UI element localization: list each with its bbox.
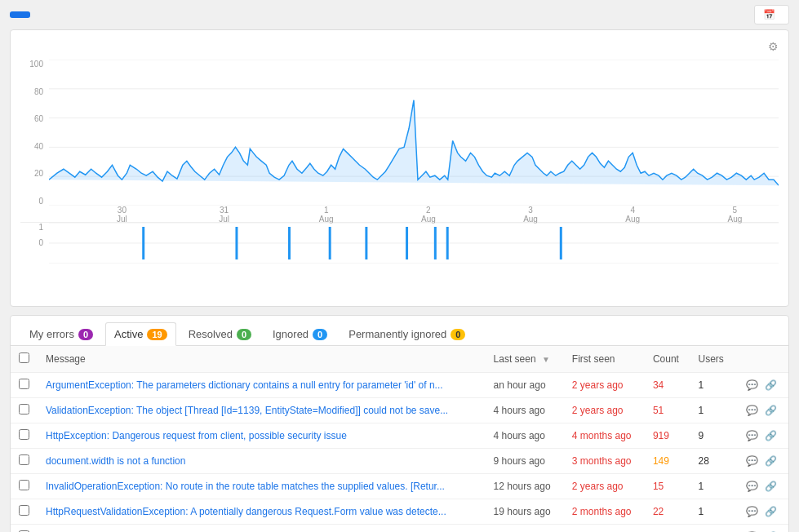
first-seen-cell: 2 years ago — [564, 474, 645, 499]
message-link[interactable]: document.width is not a function — [46, 455, 185, 467]
actions-cell: 💬 🔗 — [735, 474, 788, 499]
svg-rect-16 — [446, 227, 449, 259]
link-icon[interactable]: 🔗 — [765, 379, 777, 391]
count-value: 149 — [653, 455, 669, 467]
link-icon[interactable]: 🔗 — [765, 506, 777, 517]
message-column-header: Message — [38, 346, 486, 373]
first-seen-value: 2 years ago — [572, 379, 624, 391]
row-checkbox[interactable] — [19, 379, 29, 389]
actions-cell: 💬 🔗 — [735, 373, 788, 398]
link-icon[interactable]: 🔗 — [765, 455, 777, 467]
date-range-picker[interactable]: 📅 — [754, 5, 789, 24]
bar-chart-svg — [49, 223, 779, 264]
last-seen-cell: 19 hours ago — [486, 525, 564, 533]
comment-icon[interactable]: 💬 — [746, 379, 758, 391]
last-seen-value: 4 hours ago — [494, 430, 545, 441]
count-cell: 15 — [645, 474, 690, 499]
svg-rect-13 — [365, 227, 367, 259]
count-value: 22 — [653, 506, 664, 517]
users-cell: 1 — [690, 499, 735, 525]
table-row: InvalidOperationException: No route in t… — [11, 474, 788, 499]
x-label-aug1: 1Aug — [319, 206, 334, 224]
message-link[interactable]: ValidationException: The object [Thread … — [46, 405, 448, 416]
row-checkbox-cell[interactable] — [11, 499, 38, 525]
tab-permanently-ignored[interactable]: Permanently ignored 0 — [340, 322, 474, 346]
users-column-header: Users — [690, 346, 735, 373]
x-label-aug5: 5Aug — [727, 206, 742, 224]
users-value: 9 — [699, 430, 704, 441]
lower-chart-area — [49, 223, 779, 264]
chart-title-bar: ⚙ — [20, 40, 779, 53]
svg-rect-11 — [288, 227, 291, 259]
message-cell: ValidationException: The object [Thread … — [38, 398, 486, 423]
tab-active[interactable]: Active 19 — [105, 322, 176, 346]
last-seen-value: 19 hours ago — [494, 506, 551, 517]
count-cell: 919 — [645, 423, 690, 449]
link-icon[interactable]: 🔗 — [765, 430, 777, 441]
table-row: HttpRequestValidationException: A potent… — [11, 499, 788, 525]
table-row: ValidationException: The object [Thread … — [11, 398, 788, 423]
count-value: 919 — [653, 430, 669, 441]
row-checkbox-cell[interactable] — [11, 474, 38, 499]
error-table: Message Last seen ▼ First seen Count Use… — [11, 346, 788, 532]
comment-icon[interactable]: 💬 — [746, 506, 758, 517]
row-checkbox[interactable] — [19, 429, 29, 440]
last-seen-cell: 9 hours ago — [486, 449, 564, 474]
row-checkbox[interactable] — [19, 404, 29, 415]
count-cell: 149 — [645, 449, 690, 474]
row-checkbox-cell[interactable] — [11, 449, 38, 474]
last-seen-cell: 4 hours ago — [486, 398, 564, 423]
first-seen-value: 2 months ago — [572, 506, 632, 517]
users-value: 28 — [699, 455, 709, 467]
last-seen-column-header[interactable]: Last seen ▼ — [486, 346, 564, 373]
link-icon[interactable]: 🔗 — [765, 405, 777, 416]
message-link[interactable]: InvalidOperationException: No route in t… — [46, 481, 445, 492]
count-value: 51 — [653, 405, 664, 416]
users-cell: 1 — [690, 398, 735, 423]
tab-resolved[interactable]: Resolved 0 — [180, 322, 260, 346]
gear-icon[interactable]: ⚙ — [768, 40, 779, 53]
last-seen-value: 12 hours ago — [494, 481, 551, 492]
last-seen-cell: 4 hours ago — [486, 423, 564, 449]
actions-cell: 💬 🔗 — [735, 449, 788, 474]
first-seen-cell: 2 years ago — [564, 398, 645, 423]
last-seen-value: an hour ago — [494, 379, 546, 391]
row-checkbox[interactable] — [19, 505, 29, 516]
row-checkbox[interactable] — [19, 454, 29, 465]
first-seen-cell: 3 months ago — [564, 449, 645, 474]
comment-icon[interactable]: 💬 — [746, 405, 758, 416]
message-link[interactable]: ArgumentException: The parameters dictio… — [46, 379, 443, 391]
row-checkbox-cell[interactable] — [11, 423, 38, 449]
tab-ignored[interactable]: Ignored 0 — [264, 322, 336, 346]
svg-rect-9 — [142, 227, 144, 259]
row-checkbox-cell[interactable] — [11, 398, 38, 423]
add-filter-button[interactable] — [10, 11, 30, 18]
tab-ignored-label: Ignored — [273, 328, 309, 340]
select-all-header[interactable] — [11, 346, 38, 373]
row-checkbox[interactable] — [19, 480, 29, 490]
message-link[interactable]: HttpException: Dangerous request from cl… — [46, 430, 347, 441]
select-all-checkbox[interactable] — [19, 352, 29, 363]
comment-icon[interactable]: 💬 — [746, 481, 758, 492]
lower-chart: 1 0 — [20, 223, 779, 280]
svg-rect-14 — [406, 227, 408, 259]
svg-rect-10 — [235, 227, 237, 259]
count-value: 15 — [653, 481, 664, 492]
message-link[interactable]: HttpRequestValidationException: A potent… — [46, 506, 446, 517]
count-cell: 51 — [645, 398, 690, 423]
tab-my-errors[interactable]: My errors 0 — [20, 322, 102, 346]
count-cell: 22 — [645, 499, 690, 525]
users-value: 1 — [699, 405, 704, 416]
table-row: KeyNotFoundException: The given key was … — [11, 525, 788, 533]
line-chart-svg — [49, 60, 779, 206]
last-seen-cell: 12 hours ago — [486, 474, 564, 499]
comment-icon[interactable]: 💬 — [746, 430, 758, 441]
svg-rect-15 — [434, 227, 437, 259]
row-checkbox-cell[interactable] — [11, 373, 38, 398]
message-cell: HttpRequestValidationException: A potent… — [38, 499, 486, 525]
link-icon[interactable]: 🔗 — [765, 481, 777, 492]
tab-resolved-label: Resolved — [189, 328, 233, 340]
tab-resolved-badge: 0 — [237, 329, 251, 340]
comment-icon[interactable]: 💬 — [746, 455, 758, 467]
row-checkbox-cell[interactable] — [11, 525, 38, 533]
